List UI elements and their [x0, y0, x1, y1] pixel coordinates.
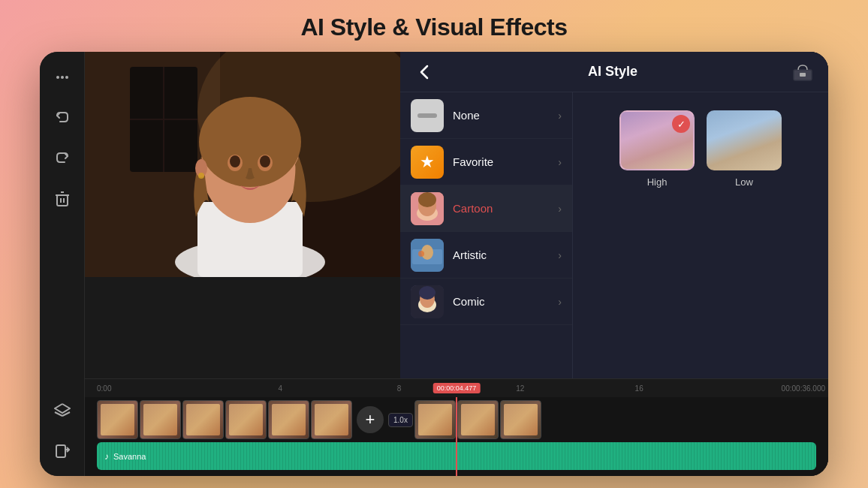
quality-img-low — [707, 110, 782, 170]
cartoon-chevron: › — [558, 203, 562, 215]
quality-cards: ✓ High Low — [585, 104, 816, 188]
sidebar-export-icon[interactable] — [49, 437, 76, 464]
panel-body: None › ★ Favorite › — [400, 92, 828, 378]
svg-point-0 — [56, 76, 59, 79]
time-end: 00:00:36.000 — [782, 384, 825, 393]
sidebar-delete-icon[interactable] — [49, 185, 76, 212]
artistic-thumb — [411, 239, 444, 272]
playhead-time: 00:00:04.477 — [433, 383, 481, 393]
comic-thumb — [411, 285, 444, 318]
panel-header: AI Style — [400, 52, 828, 92]
store-button[interactable] — [789, 59, 816, 86]
quality-card-high[interactable]: ✓ High — [619, 110, 695, 188]
none-thumb — [411, 99, 444, 132]
svg-rect-3 — [57, 195, 68, 206]
svg-point-35 — [418, 192, 436, 207]
timeline-area: 0:00 4 8 12 16 00:00:04.477 00:00:36.000 — [85, 378, 828, 476]
left-sidebar — [40, 52, 85, 476]
film-frame-5 — [268, 400, 309, 439]
svg-point-39 — [418, 251, 424, 257]
favorite-thumb: ★ — [411, 146, 444, 179]
timeline-ruler: 0:00 4 8 12 16 00:00:04.477 00:00:36.000 — [85, 379, 828, 397]
style-list: None › ★ Favorite › — [400, 92, 573, 378]
style-label-cartoon: Cartoon — [453, 202, 558, 215]
quality-area: ✓ High Low — [573, 92, 828, 378]
svg-rect-29 — [85, 52, 400, 277]
audio-icon: ♪ — [104, 451, 109, 462]
editor-top: AI Style — [85, 52, 828, 378]
time-mark-12: 12 — [516, 384, 524, 393]
film-frame-8 — [457, 400, 499, 439]
none-chevron: › — [558, 110, 562, 122]
cartoon-thumb — [411, 192, 444, 225]
video-preview — [85, 52, 400, 277]
speed-badge[interactable]: 1.0x — [388, 413, 413, 427]
style-item-favorite[interactable]: ★ Favorite › — [400, 139, 572, 185]
time-mark-16: 16 — [635, 384, 643, 393]
film-frame-9 — [500, 400, 541, 439]
svg-point-43 — [419, 286, 436, 300]
audio-label: Savanna — [113, 452, 146, 461]
quality-card-low[interactable]: Low — [707, 110, 782, 188]
film-frame-6 — [311, 400, 352, 439]
favorite-chevron: › — [558, 156, 562, 168]
tablet-frame: AI Style — [40, 52, 828, 476]
svg-point-1 — [61, 76, 64, 79]
style-item-artistic[interactable]: Artistic › — [400, 232, 572, 279]
style-item-comic[interactable]: Comic › — [400, 279, 572, 325]
tracks-container: + 1.0x ♪ Savanna — [85, 397, 828, 476]
style-label-none: None — [453, 109, 558, 122]
style-item-cartoon[interactable]: Cartoon › — [400, 185, 572, 232]
svg-point-2 — [65, 76, 68, 79]
sidebar-layers-icon[interactable] — [49, 396, 76, 423]
time-mark-4: 4 — [278, 384, 282, 393]
film-frame-3 — [182, 400, 224, 439]
quality-label-low: Low — [735, 176, 753, 188]
time-start: 0:00 — [97, 384, 111, 393]
film-frame-1 — [97, 400, 138, 439]
style-label-artistic: Artistic — [453, 249, 558, 261]
main-area: AI Style — [85, 52, 828, 476]
time-mark-8: 8 — [397, 384, 402, 393]
high-selected-badge: ✓ — [672, 115, 690, 133]
sidebar-more-icon[interactable] — [49, 64, 76, 91]
sidebar-redo-icon[interactable] — [49, 145, 76, 172]
quality-img-high: ✓ — [619, 110, 695, 170]
add-clip-button[interactable]: + — [357, 406, 384, 433]
quality-label-high: High — [647, 176, 668, 188]
comic-chevron: › — [558, 296, 562, 308]
artistic-chevron: › — [558, 249, 562, 261]
back-button[interactable] — [412, 60, 436, 84]
style-item-none[interactable]: None › — [400, 92, 572, 139]
sidebar-undo-icon[interactable] — [49, 104, 76, 131]
film-frame-4 — [225, 400, 267, 439]
style-label-comic: Comic — [453, 295, 558, 308]
style-label-favorite: Favorite — [453, 155, 558, 168]
panel-title: AI Style — [436, 64, 789, 80]
ai-style-panel: AI Style — [400, 52, 828, 378]
tablet-content: AI Style — [40, 52, 828, 476]
film-frame-7 — [414, 400, 456, 439]
video-preview-inner — [85, 52, 400, 277]
playhead-line — [456, 397, 457, 476]
svg-rect-31 — [800, 73, 806, 77]
svg-rect-10 — [56, 445, 65, 457]
film-frame-2 — [140, 400, 181, 439]
page-title: AI Style & Visual Effects — [300, 14, 567, 41]
